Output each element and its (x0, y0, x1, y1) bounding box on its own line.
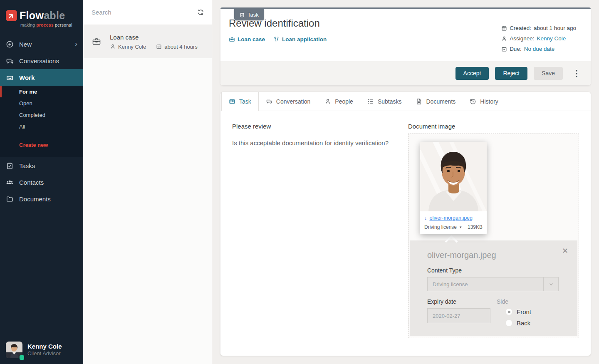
due-date-link[interactable]: No due date (524, 46, 555, 52)
popup-caret (445, 235, 458, 243)
brand-name: Flowable (20, 10, 65, 21)
case-assignee: Kenny Cole (110, 44, 146, 50)
person-icon (110, 44, 116, 50)
side-radio-front[interactable]: Front (506, 308, 531, 315)
document-column: Document image (408, 123, 579, 344)
user-role: Client Advisor (27, 350, 62, 357)
case-title: Loan case (110, 34, 198, 41)
radio-unselected-icon (506, 320, 512, 326)
refresh-icon[interactable] (197, 9, 204, 16)
calendar-icon (501, 25, 507, 31)
more-options-icon[interactable]: ⋮ (572, 69, 581, 77)
attachment-type: Driving license (424, 224, 457, 230)
task-type-badge: Task (234, 9, 264, 20)
calendar-icon (156, 44, 162, 50)
save-button[interactable]: Save (534, 67, 563, 80)
briefcase-icon (229, 36, 235, 42)
attachment-dropzone: ↓ oliver-morgan.jpeg Driving license ▾ 1… (408, 134, 579, 338)
question-text: Is this acceptable documentation for ide… (232, 139, 408, 146)
tab-conversation[interactable]: Conversation (259, 92, 318, 111)
sidebar-item-contacts[interactable]: Contacts (0, 174, 83, 191)
assignee-link[interactable]: Kenny Cole (537, 35, 566, 42)
process-branch-icon (273, 36, 280, 42)
contacts-people-icon (6, 178, 14, 186)
case-list-panel: Loan case Kenny Cole about 4 hours (83, 0, 212, 364)
sidebar-create-new-link[interactable]: Create new (0, 139, 83, 151)
subtasks-list-icon (367, 98, 374, 105)
task-badge-clipboard-icon (240, 12, 245, 17)
plus-circle-icon (6, 40, 14, 48)
sidebar-item-documents[interactable]: Documents (0, 191, 83, 207)
attachment-type-dropdown-icon[interactable]: ▾ (460, 225, 462, 229)
download-icon: ↓ (424, 215, 427, 221)
attachment-detail-popup: ✕ oliver-morgan.jpeg Content Type Drivin… (410, 240, 577, 336)
task-form: Please review Is this acceptable documen… (220, 111, 591, 356)
work-inbox-icon (6, 74, 14, 82)
sidebar-subitem-completed[interactable]: Completed (0, 109, 83, 121)
people-icon (324, 98, 331, 105)
sidebar-item-tasks[interactable]: Tasks (0, 157, 83, 174)
document-image-label: Document image (408, 123, 579, 130)
conversation-icon (266, 98, 272, 105)
radio-selected-icon (506, 309, 512, 315)
calendar-check-icon (501, 46, 507, 52)
work-submenu: For me Open Completed All Create new (0, 86, 83, 157)
question-label: Please review (232, 123, 408, 130)
attachment-footer: ↓ oliver-morgan.jpeg Driving license ▾ 1… (420, 211, 487, 234)
accept-button[interactable]: Accept (455, 67, 489, 80)
flowable-logo: Flowable making process personal (0, 0, 83, 36)
close-icon[interactable]: ✕ (562, 246, 568, 255)
tab-task[interactable]: Task (221, 92, 259, 111)
meta-assignee: Assignee: Kenny Cole (501, 35, 566, 42)
conversations-icon (6, 57, 14, 65)
meta-due: Due: No due date (501, 46, 554, 52)
task-header-card: Task Review identification Loan case Loa… (220, 7, 591, 85)
breadcrumb-loan-application[interactable]: Loan application (273, 36, 327, 42)
attachment-file-link[interactable]: oliver-morgan.jpeg (430, 215, 473, 221)
side-radio-back[interactable]: Back (506, 319, 531, 327)
content-type-label: Content Type (427, 267, 560, 274)
chevron-down-icon (543, 277, 558, 291)
task-detail-card: Task Conversation People Subtasks Docume… (220, 92, 591, 356)
search-input[interactable] (91, 8, 197, 16)
breadcrumb-loan-case[interactable]: Loan case (229, 36, 265, 42)
current-user[interactable]: Kenny Cole Client Advisor (0, 336, 83, 364)
tab-people[interactable]: People (317, 92, 360, 111)
online-status-dot (20, 355, 24, 360)
sidebar-item-conversations[interactable]: Conversations (0, 52, 83, 69)
attachment-card[interactable]: ↓ oliver-morgan.jpeg Driving license ▾ 1… (420, 142, 487, 234)
sidebar-item-work[interactable]: Work (0, 69, 83, 86)
side-label: Side (497, 298, 531, 305)
history-icon (470, 98, 476, 105)
sidebar: Flowable making process personal New › C… (0, 0, 83, 364)
document-photo (420, 142, 487, 211)
sidebar-subitem-all[interactable]: All (0, 121, 83, 132)
person-icon (501, 36, 507, 42)
brand-tagline: making process personal (6, 22, 77, 27)
tab-history[interactable]: History (463, 92, 505, 111)
content-type-select[interactable]: Driving license (427, 277, 559, 291)
document-icon (416, 98, 422, 105)
user-avatar (6, 342, 22, 358)
tab-documents[interactable]: Documents (408, 92, 463, 111)
case-list-item-loan-case[interactable]: Loan case Kenny Cole about 4 hours (83, 25, 212, 58)
app-window: Flowable making process personal New › C… (0, 0, 599, 364)
sidebar-subitem-open[interactable]: Open (0, 97, 83, 109)
tab-subtasks[interactable]: Subtasks (360, 92, 409, 111)
reject-button[interactable]: Reject (495, 67, 527, 80)
flowable-logo-icon (6, 10, 17, 21)
task-meta: Created: about 1 hour ago Assignee: Kenn… (501, 25, 576, 52)
chevron-right-icon: › (75, 40, 77, 48)
user-name: Kenny Cole (27, 343, 62, 351)
meta-created: Created: about 1 hour ago (501, 25, 576, 31)
sidebar-subitem-for-me[interactable]: For me (0, 86, 83, 97)
documents-folder-icon (6, 195, 14, 203)
sidebar-item-new[interactable]: New › (0, 36, 83, 52)
expiry-date-label: Expiry date (427, 298, 497, 305)
expiry-date-input[interactable] (427, 308, 490, 323)
tasks-clipboard-icon (6, 162, 14, 170)
task-action-bar: Accept Reject Save ⋮ (220, 61, 591, 85)
attachment-size: 139KB (468, 224, 483, 230)
main-area: Task Review identification Loan case Loa… (212, 0, 599, 364)
case-age: about 4 hours (156, 44, 198, 50)
